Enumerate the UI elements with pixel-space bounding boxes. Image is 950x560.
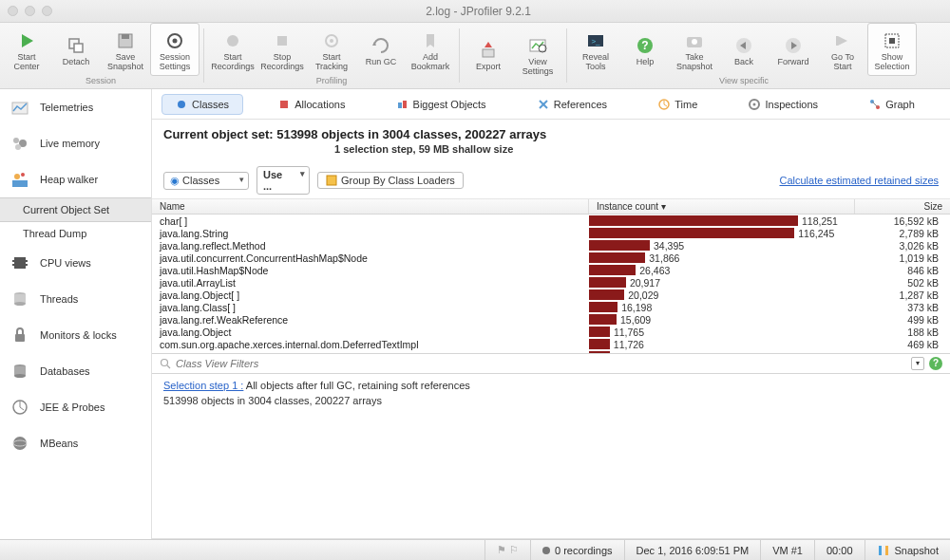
table-row[interactable]: java.lang.String116,2452,789 kB xyxy=(152,227,950,239)
tab-label: Allocations xyxy=(294,99,345,110)
cell-name: java.lang.Object xyxy=(152,327,589,338)
use-selector[interactable]: Use ... xyxy=(256,166,310,195)
sidebar-item-label: Databases xyxy=(40,365,90,377)
sidebar-item-telemetries[interactable]: Telemetries xyxy=(0,89,151,125)
svg-rect-4 xyxy=(122,34,129,39)
svg-rect-39 xyxy=(26,260,28,262)
toolbar-save-snapshot[interactable]: SaveSnapshot xyxy=(101,23,150,76)
sidebar-item-threads[interactable]: Threads xyxy=(0,281,151,317)
table-row[interactable]: char[ ]118,25116,592 kB xyxy=(152,215,950,227)
tab-classes[interactable]: Classes xyxy=(162,94,243,115)
bar-icon xyxy=(589,277,626,288)
table-row[interactable]: java.util.ArrayList20,917502 kB xyxy=(152,276,950,289)
stoprec-icon xyxy=(272,30,293,51)
toolbar-label: SessionSettings xyxy=(160,53,191,72)
cell-name: java.lang.ref.WeakReference xyxy=(152,314,589,326)
zoom-icon[interactable] xyxy=(42,6,52,16)
mbeans-icon xyxy=(10,433,30,454)
toolbar-start-recordings[interactable]: StartRecordings xyxy=(208,23,257,76)
sidebar-sub-thread-dump[interactable]: Thread Dump xyxy=(0,222,151,245)
svg-point-6 xyxy=(173,39,178,44)
table-row[interactable]: java.util.HashMap$Node26,463846 kB xyxy=(152,264,950,276)
filter-input[interactable] xyxy=(176,358,906,369)
group-by-button[interactable]: Group By Class Loaders xyxy=(317,172,464,189)
col-size[interactable]: Size xyxy=(855,199,950,214)
toolbar-back[interactable]: Back xyxy=(719,23,769,76)
sidebar-item-cpu-views[interactable]: CPU views xyxy=(0,245,151,281)
toolbar-reveal-tools[interactable]: >_RevealTools xyxy=(571,23,620,76)
status-flags[interactable]: ⚑ ⚐ xyxy=(484,540,530,560)
tab-time[interactable]: Time xyxy=(644,94,712,115)
toolbar-go-to-start[interactable]: Go ToStart xyxy=(818,23,867,76)
table-row[interactable]: java.lang.reflect.Method34,3953,026 kB xyxy=(152,239,950,252)
toolbar-view-settings[interactable]: ViewSettings xyxy=(513,23,562,85)
filter-dropdown-icon[interactable]: ▾ xyxy=(911,357,924,370)
object-set-subheading: 1 selection step, 59 MB shallow size xyxy=(152,143,950,162)
tab-label: Time xyxy=(674,99,697,110)
sidebar-item-jee-probes[interactable]: JEE & Probes xyxy=(0,389,151,425)
sidebar-item-label: CPU views xyxy=(40,257,91,269)
sidebar-item-heap-walker[interactable]: Heap walker xyxy=(0,161,151,197)
svg-point-64 xyxy=(753,103,756,105)
table-row[interactable]: com.sun.org.apache.xerces.internal.dom.D… xyxy=(152,338,950,350)
tab-biggest-objects[interactable]: Biggest Objects xyxy=(383,94,501,115)
toolbar-start-center[interactable]: StartCenter xyxy=(2,23,51,76)
svg-rect-41 xyxy=(26,264,28,266)
toolbar-add-bookmark[interactable]: AddBookmark xyxy=(406,23,455,76)
sidebar-item-databases[interactable]: Databases xyxy=(0,353,151,389)
tab-references[interactable]: References xyxy=(523,94,621,115)
sidebar-item-monitors-locks[interactable]: Monitors & locks xyxy=(0,317,151,353)
svg-rect-45 xyxy=(15,334,25,342)
tab-graph[interactable]: Graph xyxy=(855,94,929,115)
table-row[interactable]: java.util.concurrent.ConcurrentHashMap$N… xyxy=(152,252,950,264)
minimize-icon[interactable] xyxy=(25,6,35,16)
selection-step-link[interactable]: Selection step 1 : xyxy=(163,380,243,391)
status-recordings[interactable]: 0 recordings xyxy=(530,540,624,560)
export-icon xyxy=(478,40,499,61)
toolbar-group-label: Profiling xyxy=(316,76,348,88)
svg-rect-55 xyxy=(280,101,288,108)
table-row[interactable]: java.lang.Object[ ]20,0291,287 kB xyxy=(152,289,950,301)
toolbar-group-label: View specific xyxy=(719,76,769,88)
cell-count: 16,198 xyxy=(621,302,652,313)
bar-icon xyxy=(589,252,645,263)
toolbar-label: TakeSnapshot xyxy=(676,53,712,72)
back-icon xyxy=(733,35,754,56)
help-icon[interactable]: ? xyxy=(929,357,942,370)
close-icon[interactable] xyxy=(8,6,18,16)
svg-rect-29 xyxy=(889,38,895,44)
view-tabs: ClassesAllocationsBiggest ObjectsReferen… xyxy=(152,89,950,120)
sidebar-item-live-memory[interactable]: Live memory xyxy=(0,125,151,161)
object-set-heading: Current object set: 513998 objects in 30… xyxy=(152,120,950,143)
inspections-icon xyxy=(749,99,760,110)
table-row[interactable]: java.lang.Object11,765188 kB xyxy=(152,326,950,338)
toolbar-start-tracking[interactable]: StartTracking xyxy=(307,23,356,76)
col-count[interactable]: Instance count ▾ xyxy=(589,199,855,214)
toolbar-run-gc[interactable]: Run GC xyxy=(356,23,406,76)
toolbar-forward[interactable]: Forward xyxy=(769,23,818,76)
view-selector[interactable]: ◉ Classes xyxy=(163,172,249,190)
table-row[interactable]: java.lang.ref.WeakReference15,609499 kB xyxy=(152,313,950,326)
toolbar-session-settings[interactable]: SessionSettings xyxy=(150,23,200,76)
cell-name: java.lang.String xyxy=(152,228,589,239)
toolbar-show-selection[interactable]: ShowSelection xyxy=(867,23,917,76)
toolbar-take-snapshot[interactable]: TakeSnapshot xyxy=(670,23,719,76)
toolbar-export[interactable]: Export xyxy=(464,23,513,85)
sidebar-sub-current-object-set[interactable]: Current Object Set xyxy=(0,197,151,222)
tab-inspections[interactable]: Inspections xyxy=(734,94,832,115)
toolbar-help[interactable]: ?Help xyxy=(620,23,670,76)
calculate-retained-link[interactable]: Calculate estimated retained sizes xyxy=(779,175,939,186)
svg-rect-8 xyxy=(277,36,287,46)
rec-icon xyxy=(222,30,243,51)
toolbar-label: StartCenter xyxy=(13,53,39,72)
sidebar-item-mbeans[interactable]: MBeans xyxy=(0,425,151,461)
col-name[interactable]: Name xyxy=(152,199,589,214)
status-snapshot[interactable]: Snapshot xyxy=(864,540,950,560)
toolbar-stop-recordings[interactable]: StopRecordings xyxy=(257,23,307,76)
toolbar-label: AddBookmark xyxy=(411,53,450,72)
table-row[interactable]: java.lang.Class[ ]16,198373 kB xyxy=(152,301,950,313)
tab-allocations[interactable]: Allocations xyxy=(264,94,359,115)
toolbar-label: Forward xyxy=(777,58,808,67)
help-icon: ? xyxy=(635,35,656,56)
toolbar-detach[interactable]: Detach xyxy=(51,23,101,76)
